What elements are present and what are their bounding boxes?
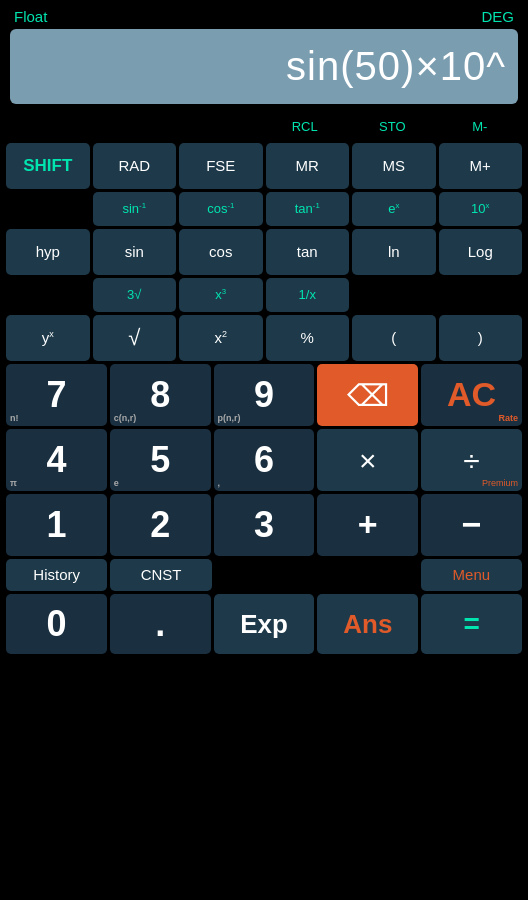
- log-button[interactable]: Log: [439, 229, 523, 275]
- mr-button[interactable]: MR: [266, 143, 350, 189]
- display-expression: sin(50)×10^: [286, 44, 506, 89]
- sin-inv-button[interactable]: sin-1: [93, 192, 177, 226]
- menu-label: Menu: [453, 567, 491, 584]
- shift-row: SHIFT RAD FSE MR MS M+: [6, 143, 522, 189]
- 10x-button[interactable]: 10x: [439, 192, 523, 226]
- btn-6[interactable]: 6 ,: [214, 429, 315, 491]
- ln-button[interactable]: ln: [352, 229, 436, 275]
- history-button[interactable]: History: [6, 559, 107, 591]
- cnst-button[interactable]: CNST: [110, 559, 211, 591]
- btn-9[interactable]: 9 p(n,r): [214, 364, 315, 426]
- cos-button[interactable]: cos: [179, 229, 263, 275]
- mplus-button[interactable]: M+: [439, 143, 523, 189]
- divide-button[interactable]: ÷ Premium: [421, 429, 522, 491]
- pow-labels-row: 3√ x3 1/x: [6, 278, 522, 312]
- tan-inv-button[interactable]: tan-1: [266, 192, 350, 226]
- bottom-row: 0 . Exp Ans =: [6, 594, 522, 654]
- trig-row: hyp sin cos tan ln Log: [6, 229, 522, 275]
- ms-button[interactable]: MS: [352, 143, 436, 189]
- btn-1[interactable]: 1: [6, 494, 107, 556]
- shift-button[interactable]: SHIFT: [6, 143, 90, 189]
- btn-5[interactable]: 5 e: [110, 429, 211, 491]
- cos-inv-button[interactable]: cos-1: [179, 192, 263, 226]
- xcubed-button[interactable]: x3: [179, 278, 263, 312]
- btn-8[interactable]: 8 c(n,r): [110, 364, 211, 426]
- display-screen: sin(50)×10^: [10, 29, 518, 104]
- mode-row: Float DEG: [10, 8, 518, 29]
- cnst-label: CNST: [141, 567, 182, 584]
- ac-button[interactable]: AC Rate: [421, 364, 522, 426]
- ex-button[interactable]: ex: [352, 192, 436, 226]
- float-mode: Float: [14, 8, 47, 25]
- yx-row: yx √ x2 % ( ): [6, 315, 522, 361]
- sto-label: STO: [350, 112, 435, 140]
- reciprocal-button[interactable]: 1/x: [266, 278, 350, 312]
- plus-button[interactable]: +: [317, 494, 418, 556]
- multiply-button[interactable]: ×: [317, 429, 418, 491]
- row-456: 4 π 5 e 6 , × ÷ Premium: [6, 429, 522, 491]
- minus-button[interactable]: −: [421, 494, 522, 556]
- backspace-button[interactable]: ⌫: [317, 364, 418, 426]
- calculator-body: RCL STO M- SHIFT RAD FSE MR MS M+ sin-1 …: [0, 108, 528, 900]
- row-789: 7 n! 8 c(n,r) 9 p(n,r) ⌫ AC Rate: [6, 364, 522, 426]
- btn-0[interactable]: 0: [6, 594, 107, 654]
- row-123: 1 2 3 + −: [6, 494, 522, 556]
- history-label: History: [33, 567, 80, 584]
- dot-button[interactable]: .: [110, 594, 211, 654]
- mminus-label: M-: [438, 112, 523, 140]
- sqrt-button[interactable]: √: [93, 315, 177, 361]
- btn-3[interactable]: 3: [214, 494, 315, 556]
- rparen-button[interactable]: ): [439, 315, 523, 361]
- hist-row: History CNST Menu: [6, 559, 522, 591]
- trig-inv-row: sin-1 cos-1 tan-1 ex 10x: [6, 192, 522, 226]
- hyp-button[interactable]: hyp: [6, 229, 90, 275]
- rcl-row: RCL STO M-: [6, 112, 522, 140]
- xsquared-button[interactable]: x2: [179, 315, 263, 361]
- fse-button[interactable]: FSE: [179, 143, 263, 189]
- lparen-button[interactable]: (: [352, 315, 436, 361]
- equals-button[interactable]: =: [421, 594, 522, 654]
- sin-button[interactable]: sin: [93, 229, 177, 275]
- cbrt-button[interactable]: 3√: [93, 278, 177, 312]
- menu-button[interactable]: Menu: [421, 559, 522, 591]
- btn-7[interactable]: 7 n!: [6, 364, 107, 426]
- btn-4[interactable]: 4 π: [6, 429, 107, 491]
- exp-button[interactable]: Exp: [214, 594, 315, 654]
- ans-button[interactable]: Ans: [317, 594, 418, 654]
- btn-2[interactable]: 2: [110, 494, 211, 556]
- display-section: Float DEG sin(50)×10^: [0, 0, 528, 108]
- yx-button[interactable]: yx: [6, 315, 90, 361]
- percent-button[interactable]: %: [266, 315, 350, 361]
- rad-button[interactable]: RAD: [93, 143, 177, 189]
- tan-button[interactable]: tan: [266, 229, 350, 275]
- angle-mode: DEG: [481, 8, 514, 25]
- rcl-label: RCL: [263, 112, 348, 140]
